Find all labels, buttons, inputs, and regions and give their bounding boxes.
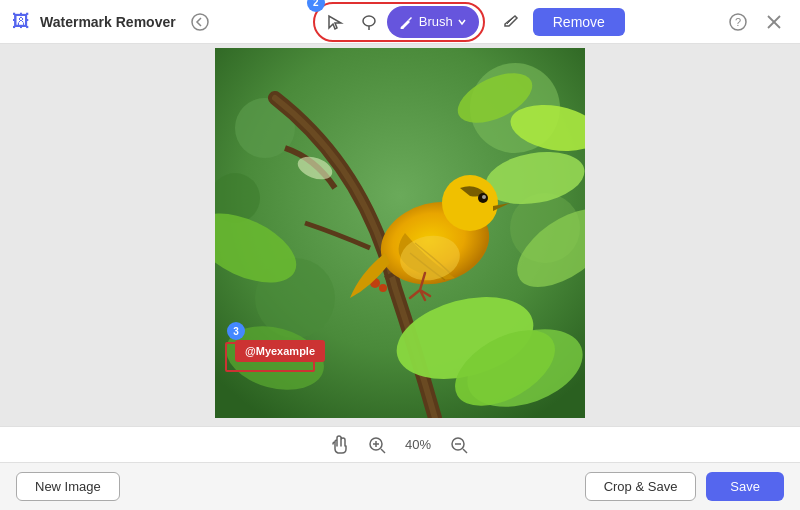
footer-right: Crop & Save Save bbox=[585, 472, 784, 501]
svg-point-23 bbox=[379, 284, 387, 292]
svg-line-33 bbox=[381, 449, 385, 453]
brush-icon bbox=[399, 15, 413, 29]
help-icon: ? bbox=[729, 13, 747, 31]
selection-icon bbox=[325, 12, 345, 32]
zoom-out-icon bbox=[450, 436, 468, 454]
footer: New Image Crop & Save Save bbox=[0, 462, 800, 510]
svg-text:?: ? bbox=[735, 16, 741, 28]
zoom-out-button[interactable] bbox=[447, 433, 471, 457]
close-icon bbox=[767, 15, 781, 29]
zoom-in-button[interactable] bbox=[365, 433, 389, 457]
titlebar-left: 🖼 Watermark Remover bbox=[12, 8, 214, 36]
titlebar: 🖼 Watermark Remover 2 bbox=[0, 0, 800, 44]
svg-point-25 bbox=[442, 175, 498, 231]
image-container: 3 @Myexample bbox=[215, 48, 585, 422]
titlebar-center: 2 Brush bbox=[313, 2, 625, 42]
svg-line-36 bbox=[463, 449, 467, 453]
brush-label: Brush bbox=[419, 14, 453, 29]
crop-save-button[interactable]: Crop & Save bbox=[585, 472, 697, 501]
eraser-tool-button[interactable] bbox=[495, 6, 527, 38]
canvas-area[interactable]: 3 @Myexample bbox=[0, 44, 800, 426]
app-title: Watermark Remover bbox=[40, 14, 176, 30]
step3-badge: 3 bbox=[227, 322, 245, 340]
titlebar-right: ? bbox=[724, 8, 788, 36]
svg-point-27 bbox=[482, 195, 486, 199]
svg-point-0 bbox=[192, 14, 208, 30]
brush-dropdown-icon bbox=[457, 17, 467, 27]
zoom-level: 40% bbox=[405, 437, 431, 452]
bottom-toolbar: 40% bbox=[0, 426, 800, 462]
svg-point-1 bbox=[363, 16, 375, 26]
pan-tool-button[interactable] bbox=[329, 435, 349, 455]
close-button[interactable] bbox=[760, 8, 788, 36]
save-button[interactable]: Save bbox=[706, 472, 784, 501]
back-button[interactable] bbox=[186, 8, 214, 36]
main-image[interactable] bbox=[215, 48, 585, 418]
eraser-icon bbox=[501, 12, 521, 32]
selection-tool-button[interactable] bbox=[319, 6, 351, 38]
brush-tool-button[interactable]: Brush bbox=[387, 6, 479, 38]
help-button[interactable]: ? bbox=[724, 8, 752, 36]
lasso-icon bbox=[359, 12, 379, 32]
hand-icon bbox=[329, 435, 349, 455]
zoom-in-icon bbox=[368, 436, 386, 454]
new-image-button[interactable]: New Image bbox=[16, 472, 120, 501]
tool-group: 2 Brush bbox=[313, 2, 485, 42]
app-logo-icon: 🖼 bbox=[12, 11, 30, 32]
back-icon bbox=[191, 13, 209, 31]
watermark-text: @Myexample bbox=[235, 340, 325, 362]
lasso-tool-button[interactable] bbox=[353, 6, 385, 38]
remove-button[interactable]: Remove bbox=[533, 8, 625, 36]
